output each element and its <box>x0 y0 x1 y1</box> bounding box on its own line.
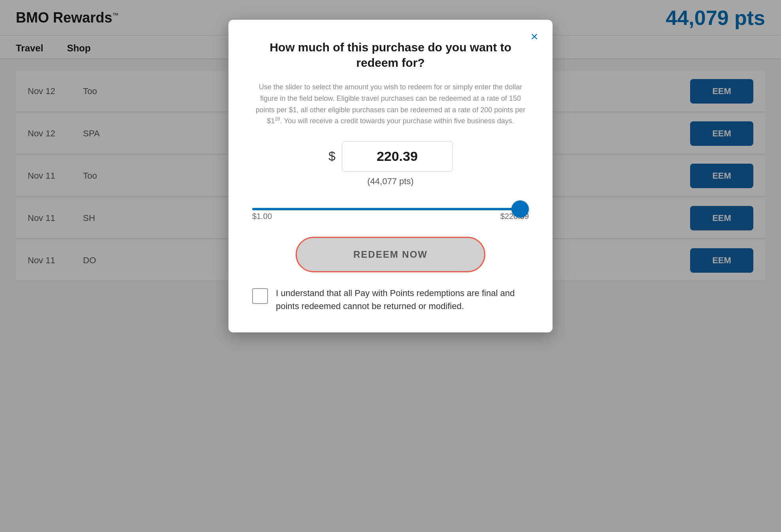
amount-slider-section: $1.00 $220.39 <box>252 201 529 225</box>
modal-title: How much of this purchase do you want to… <box>252 40 529 70</box>
redeem-now-button[interactable]: REDEEM NOW <box>296 237 485 272</box>
modal-description: Use the slider to select the amount you … <box>252 81 529 127</box>
dollar-sign: $ <box>328 149 336 164</box>
amount-slider[interactable] <box>252 208 529 210</box>
amount-section: $ <box>252 141 529 172</box>
terms-checkbox[interactable] <box>252 288 268 304</box>
slider-min-label: $1.00 <box>252 212 272 221</box>
terms-checkbox-section: I understand that all Pay with Points re… <box>252 287 529 313</box>
modal-close-button[interactable]: × <box>526 28 543 45</box>
modal-overlay: × How much of this purchase do you want … <box>0 0 781 532</box>
amount-input[interactable] <box>342 141 453 172</box>
redemption-modal: × How much of this purchase do you want … <box>228 20 553 332</box>
points-equivalent: (44,077 pts) <box>252 176 529 187</box>
terms-label: I understand that all Pay with Points re… <box>276 287 529 313</box>
